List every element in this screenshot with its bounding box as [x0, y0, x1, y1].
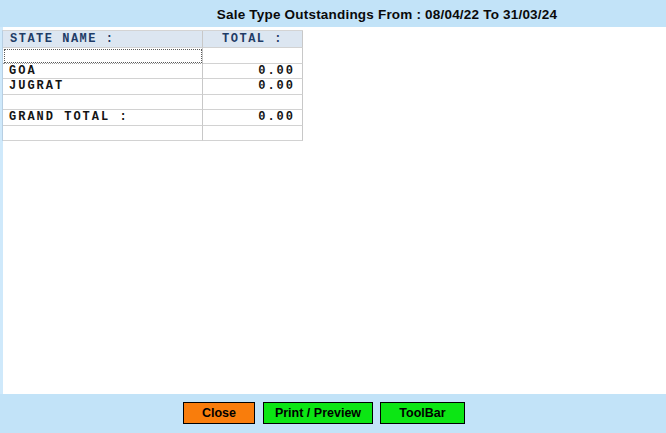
grand-total-label: GRAND TOTAL : [3, 110, 203, 126]
cell-total[interactable] [203, 126, 303, 142]
column-header-state-name: STATE NAME : [3, 31, 203, 48]
column-header-total: TOTAL : [203, 31, 303, 48]
table-row: GOA 0.00 [3, 64, 303, 80]
report-table: STATE NAME : TOTAL : GOA 0.00 JUGRAT 0.0… [2, 30, 303, 141]
table-header-row: STATE NAME : TOTAL : [3, 31, 303, 48]
title-bar: Sale Type Outstandings From : 08/04/22 T… [0, 0, 666, 27]
table-row: JUGRAT 0.00 [3, 79, 303, 95]
table-row [3, 95, 303, 111]
window-title: Sale Type Outstandings From : 08/04/22 T… [217, 7, 557, 22]
cell-state[interactable] [3, 95, 203, 111]
grand-total-value: 0.00 [203, 110, 303, 126]
print-preview-button[interactable]: Print / Preview [263, 402, 373, 424]
focused-cell-state[interactable] [3, 48, 203, 64]
grand-total-row: GRAND TOTAL : 0.00 [3, 110, 303, 126]
table-row [3, 48, 303, 64]
close-button[interactable]: Close [183, 402, 255, 424]
cell-total[interactable]: 0.00 [203, 64, 303, 80]
cell-state[interactable]: JUGRAT [3, 79, 203, 95]
cell-total[interactable]: 0.00 [203, 79, 303, 95]
cell-total[interactable] [203, 95, 303, 111]
cell-state[interactable]: GOA [3, 64, 203, 80]
button-bar: Close Print / Preview ToolBar [0, 394, 666, 433]
toolbar-button[interactable]: ToolBar [380, 402, 465, 424]
table-row [3, 126, 303, 142]
report-window: Sale Type Outstandings From : 08/04/22 T… [0, 0, 666, 433]
cell-state[interactable] [3, 126, 203, 142]
cell-total[interactable] [203, 48, 303, 64]
